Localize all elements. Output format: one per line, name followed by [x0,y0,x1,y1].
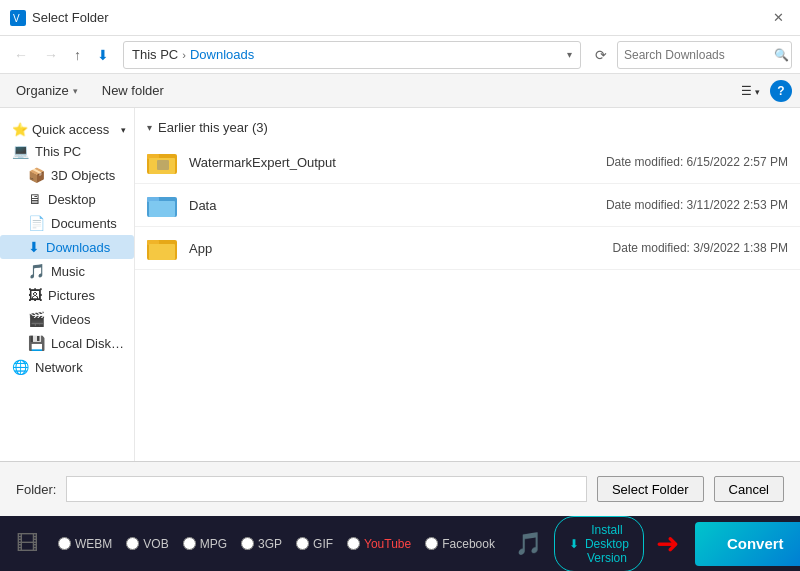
app-icon: V [10,10,26,26]
music-note-icon: 🎵 [515,531,542,557]
breadcrumb-dropdown-arrow[interactable]: ▾ [567,49,572,60]
svg-rect-11 [149,244,175,260]
svg-rect-8 [149,201,175,217]
organize-dropdown-arrow: ▾ [73,86,78,96]
sidebar-item-pictures[interactable]: 🖼Pictures [0,283,134,307]
forward-button[interactable]: → [38,43,64,67]
file-row-data[interactable]: Data Date modified: 3/11/2022 2:53 PM [135,184,800,227]
sidebar-icon-local-disk: 💾 [28,335,45,351]
sidebar-icon-videos: 🎬 [28,311,45,327]
file-list: WatermarkExpert_Output Date modified: 6/… [135,141,800,270]
file-date-app: Date modified: 3/9/2022 1:38 PM [613,241,788,255]
sidebar-item-local-disk[interactable]: 💾Local Disk (C:) [0,331,134,355]
dialog-title: Select Folder [32,10,109,25]
convert-arrow-icon: ➜ [656,527,679,560]
content-area: ▾ Earlier this year (3) WatermarkExpert_… [135,108,800,461]
breadcrumb[interactable]: This PC › Downloads ▾ [123,41,581,69]
close-button[interactable]: ✕ [767,8,790,27]
sidebar-icon-this-pc: 💻 [12,143,29,159]
sidebar-quick-access-header[interactable]: ⭐ Quick access ▾ [0,116,134,139]
back-button[interactable]: ← [8,43,34,67]
quick-access-chevron: ▾ [121,125,126,135]
view-dropdown-arrow: ▾ [755,87,760,97]
sidebar-item-downloads[interactable]: ⬇Downloads [0,235,134,259]
view-icon: ☰ [741,84,752,98]
file-name-watermark: WatermarkExpert_Output [189,155,606,170]
file-row-watermark[interactable]: WatermarkExpert_Output Date modified: 6/… [135,141,800,184]
sidebar-icon-desktop: 🖥 [28,191,42,207]
cancel-button[interactable]: Cancel [714,476,784,502]
convert-button[interactable]: Convert [695,522,800,566]
search-input[interactable] [624,48,774,62]
sidebar-item-desktop[interactable]: 🖥Desktop [0,187,134,211]
sidebar: ⭐ Quick access ▾ 💻This PC📦3D Objects🖥Des… [0,108,135,461]
sidebar-item-videos[interactable]: 🎬Videos [0,307,134,331]
sidebar-item-network[interactable]: 🌐Network [0,355,134,379]
navigation-bar: ← → ↑ ⬇ This PC › Downloads ▾ ⟳ 🔍 [0,36,800,74]
refresh-button[interactable]: ⟳ [589,43,613,67]
new-folder-button[interactable]: New folder [94,80,172,101]
file-name-app: App [189,241,613,256]
file-date-watermark: Date modified: 6/15/2022 2:57 PM [606,155,788,169]
sidebar-item-this-pc[interactable]: 💻This PC [0,139,134,163]
main-area: ⭐ Quick access ▾ 💻This PC📦3D Objects🖥Des… [0,108,800,461]
breadcrumb-separator: › [182,49,186,61]
group-chevron[interactable]: ▾ [147,122,152,133]
sidebar-icon-network: 🌐 [12,359,29,375]
file-icon-app [147,232,179,264]
folder-input-area: Folder: Select Folder Cancel [0,461,800,516]
toolbar-right: ☰ ▾ ? [735,80,792,102]
group-header: ▾ Earlier this year (3) [135,116,800,141]
file-name-data: Data [189,198,606,213]
sidebar-item-documents[interactable]: 📄Documents [0,211,134,235]
film-icon: 🎞 [16,531,38,557]
radio-mpg[interactable]: MPG [183,537,227,551]
radio-3gp[interactable]: 3GP [241,537,282,551]
sidebar-items: 💻This PC📦3D Objects🖥Desktop📄Documents⬇Do… [0,139,134,379]
sidebar-icon-downloads: ⬇ [28,239,40,255]
downloads-nav-icon[interactable]: ⬇ [91,43,115,67]
folder-label: Folder: [16,482,56,497]
sidebar-item-music[interactable]: 🎵Music [0,259,134,283]
radio-gif[interactable]: GIF [296,537,333,551]
file-date-data: Date modified: 3/11/2022 2:53 PM [606,198,788,212]
sidebar-icon-pictures: 🖼 [28,287,42,303]
up-button[interactable]: ↑ [68,43,87,67]
file-icon-data [147,189,179,221]
sidebar-quick-access-label: Quick access [32,122,109,137]
file-row-app[interactable]: App Date modified: 3/9/2022 1:38 PM [135,227,800,270]
title-bar: V Select Folder ✕ [0,0,800,36]
breadcrumb-current: Downloads [190,47,254,62]
file-icon-watermark [147,146,179,178]
folder-path-input[interactable] [66,476,586,502]
radio-facebook[interactable]: Facebook [425,537,495,551]
radio-youtube[interactable]: YouTube [347,537,411,551]
download-icon: ⬇ [569,537,579,551]
svg-rect-5 [157,160,169,170]
install-desktop-button[interactable]: ⬇ Install Desktop Version [554,516,644,572]
format-radio-group: WEBMVOBMPG3GPGIFYouTubeFacebook [58,537,495,551]
breadcrumb-root: This PC [132,47,178,62]
help-button[interactable]: ? [770,80,792,102]
organize-button[interactable]: Organize ▾ [8,80,86,101]
sidebar-icon-documents: 📄 [28,215,45,231]
radio-webm[interactable]: WEBM [58,537,112,551]
svg-text:V: V [13,13,20,24]
toolbar: Organize ▾ New folder ☰ ▾ ? [0,74,800,108]
bottom-strip: 🎞 WEBMVOBMPG3GPGIFYouTubeFacebook 🎵 ⬇ In… [0,516,800,571]
radio-vob[interactable]: VOB [126,537,168,551]
group-label: Earlier this year (3) [158,120,268,135]
sidebar-icon-3d-objects: 📦 [28,167,45,183]
search-box[interactable]: 🔍 [617,41,792,69]
sidebar-icon-music: 🎵 [28,263,45,279]
select-folder-button[interactable]: Select Folder [597,476,704,502]
view-toggle-button[interactable]: ☰ ▾ [735,81,766,101]
sidebar-item-3d-objects[interactable]: 📦3D Objects [0,163,134,187]
search-icon: 🔍 [774,48,789,62]
quick-access-icon: ⭐ [12,122,28,137]
